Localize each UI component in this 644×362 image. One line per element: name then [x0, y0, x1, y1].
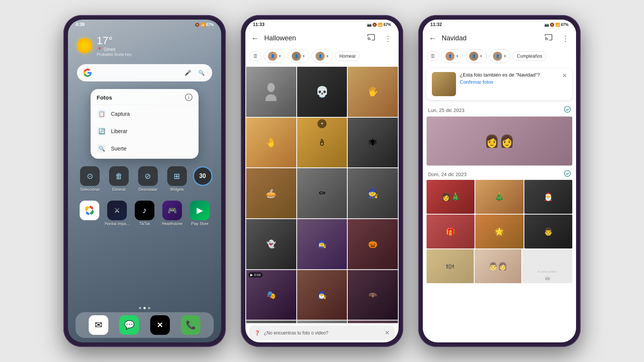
app-playstore[interactable]: ▶ Play Store — [186, 201, 213, 226]
photo-cell-group-2[interactable]: 🎃 — [348, 219, 398, 269]
person-filter-3-1[interactable]: 👤 + — [441, 49, 463, 63]
filter-icon-btn-3[interactable]: ☰ — [427, 51, 439, 61]
confirm-photos-link[interactable]: Confirmar fotos — [460, 79, 558, 85]
xmas-photo-4[interactable]: 🎁 — [427, 215, 475, 248]
date-header-dec25: Lun, 25 dic 2023 — [424, 102, 575, 116]
photo-cell-dark-costume[interactable]: 🦇 — [348, 270, 398, 320]
more-button-2[interactable]: ⋮ — [382, 32, 394, 44]
confirm-thumb-image — [432, 72, 456, 96]
photo-cell-costume-1[interactable]: 🧙‍♀️ — [297, 219, 347, 269]
status-icons-1: 🔕 📶 67% — [195, 23, 214, 27]
dock-whatsapp[interactable]: 💬 — [119, 315, 139, 335]
photo-row-6: 👥 🎭 🧛 — [246, 321, 398, 323]
photo-cell-group-1[interactable]: 👻 — [246, 219, 296, 269]
context-item-liberar[interactable]: 🔄 Liberar — [91, 123, 199, 140]
cumpleanos-filter[interactable]: Cumpleaños — [513, 51, 546, 61]
hornear-filter[interactable]: Hornear — [335, 51, 360, 61]
photo-cell-bw-portrait[interactable] — [246, 67, 296, 117]
single-photo-dec25[interactable]: 👩‍👩 — [424, 117, 575, 166]
app-photos[interactable] — [76, 201, 103, 226]
weather-temp: 17° — [97, 35, 132, 47]
photo-cell-bw-group[interactable]: 🎭 — [297, 321, 347, 323]
lens-icon[interactable]: 🔍 — [196, 68, 206, 78]
phone-3: 11:32 📷 🔕 📶 67% ← Navidad ⋮ ☰ — [418, 15, 581, 347]
person-filter-3-2[interactable]: 👤 + — [465, 49, 487, 63]
timer-widget[interactable]: 30 — [193, 166, 213, 186]
dock-phone[interactable]: 📞 — [181, 315, 200, 335]
photo-cell-video[interactable]: 🎭 ▶ 0:04 — [246, 270, 296, 320]
weather-info: 17° 📍 Gines Probable lluvia hoy — [97, 35, 132, 57]
dot-1 — [139, 307, 141, 309]
page-dots — [68, 304, 221, 312]
dock-gmail[interactable]: ✉ — [89, 315, 108, 335]
app-eliminar[interactable]: 🗑 Eliminar — [106, 166, 132, 192]
google-logo — [83, 68, 92, 77]
photo-cell-witch-bw[interactable]: 🧙 — [348, 168, 398, 218]
phone-1: 4:39 🔕 📶 67% 17° 📍 Gines Probable lluvia… — [63, 15, 226, 347]
add-photos-overlay[interactable]: + — [317, 119, 327, 128]
filter-icon-btn[interactable]: ☰ — [249, 51, 262, 61]
back-button-3[interactable]: ← — [427, 32, 438, 44]
xmas-photo-1[interactable]: 👩‍🎄 — [427, 180, 475, 214]
xmas-photo-5[interactable]: 🌟 — [475, 215, 523, 248]
captura-icon: 📋 — [97, 110, 106, 118]
context-item-suerte[interactable]: 🔍 Suerte — [91, 140, 199, 157]
date-check-dec25[interactable] — [564, 106, 571, 114]
person-filter-2[interactable]: 👤 + — [288, 49, 309, 63]
xmas-photo-2[interactable]: 🎄 — [475, 180, 523, 214]
app-hearthstone[interactable]: 🎮 Hearthstone — [159, 201, 185, 226]
confirm-close-button[interactable]: ✕ — [562, 72, 567, 79]
microphone-icon[interactable]: 🎤 — [183, 68, 193, 78]
date-label-dec24: Dom, 24 dic 2023 — [428, 172, 467, 177]
person-filter-3-3[interactable]: 👤 + — [489, 49, 510, 63]
dock-x[interactable]: ✕ — [150, 315, 170, 335]
photo-cell-wizard[interactable]: 🧙‍♂️ — [297, 270, 347, 320]
context-item-captura[interactable]: 📋 Captura — [91, 105, 199, 123]
dot-2 — [143, 307, 146, 309]
quick-actions-row: ⊙ Seleccionar 🗑 Eliminar ⊘ Desinstalar — [68, 162, 221, 196]
photo-cell-candles[interactable]: 🕯 + — [297, 118, 347, 168]
app-seleccionar[interactable]: ⊙ Seleccionar — [77, 166, 103, 192]
status-time-2: 11:33 — [253, 22, 265, 27]
date-check-dec24[interactable] — [564, 170, 571, 178]
xmas-photo-7[interactable]: 🍽 — [427, 249, 474, 283]
xmas-photo-9: El androidlibre 🤖 — [522, 249, 572, 283]
cast-button-2[interactable] — [364, 32, 378, 45]
photo-cell-food-hands[interactable]: 🖐 — [348, 67, 398, 117]
avatar-3-3: 👤 — [493, 52, 502, 61]
cast-button-3[interactable] — [541, 32, 556, 45]
photo-cell-costume-2[interactable]: 🧛 — [348, 321, 398, 323]
xmas-photo-3[interactable]: 🎅 — [524, 180, 572, 214]
app-tiktok[interactable]: ♪ TikTok — [131, 201, 158, 226]
svg-point-0 — [88, 209, 91, 212]
person-filter-3[interactable]: 👤 + — [311, 49, 333, 63]
photo-cell-pie[interactable]: 🥧 — [246, 168, 296, 218]
photo-cell-food-fried[interactable]: 🤚 — [246, 118, 296, 168]
app-widgets[interactable]: ⊞ Widgets — [164, 166, 190, 192]
notif-close-button[interactable]: ✕ — [385, 329, 390, 336]
status-icons-2: 📷 🔕 📶 67% — [367, 23, 391, 27]
app-desinstalar[interactable]: ⊘ Desinstalar — [135, 166, 161, 192]
avatar-3: 👤 — [316, 52, 325, 61]
confirm-question-text: ¿Esta foto también es de "Navidad"? — [460, 72, 558, 78]
add-person-3-icon: + — [326, 54, 329, 59]
photo-cell-group-3[interactable]: 👥 — [246, 321, 296, 323]
google-search-bar[interactable]: 🎤 🔍 — [77, 64, 212, 81]
xmas-photo-6[interactable]: 👨 — [524, 215, 572, 248]
tiktok-icon: ♪ — [135, 201, 154, 220]
more-button-3[interactable]: ⋮ — [559, 32, 572, 44]
filter-funnel-icon-3: ☰ — [431, 54, 435, 59]
app-honkai[interactable]: ⚔ Honkai Impa... — [104, 201, 130, 226]
confirm-text-area: ¿Esta foto también es de "Navidad"? Conf… — [460, 72, 558, 85]
person-filter-1[interactable]: 👤 + — [264, 49, 285, 63]
apps-row-2: ⚔ Honkai Impa... ♪ TikTok 🎮 Hearthstone — [68, 196, 221, 230]
xmas-photo-8[interactable]: 👨‍👩 — [475, 249, 522, 283]
info-icon[interactable]: i — [185, 94, 193, 101]
photo-cell-dark-food[interactable]: 🕷 — [348, 118, 398, 168]
photo-cell-coffin[interactable]: ⚰ — [297, 168, 347, 218]
filter-funnel-icon: ☰ — [253, 54, 257, 59]
back-button-2[interactable]: ← — [250, 32, 260, 44]
navidad-photo-list: Lun, 25 dic 2023 👩‍👩 — [423, 102, 576, 342]
photo-cell-skull-cake[interactable]: 💀 — [297, 67, 347, 117]
filter-row-2: ☰ 👤 + 👤 + 👤 + Hornear — [245, 48, 399, 66]
